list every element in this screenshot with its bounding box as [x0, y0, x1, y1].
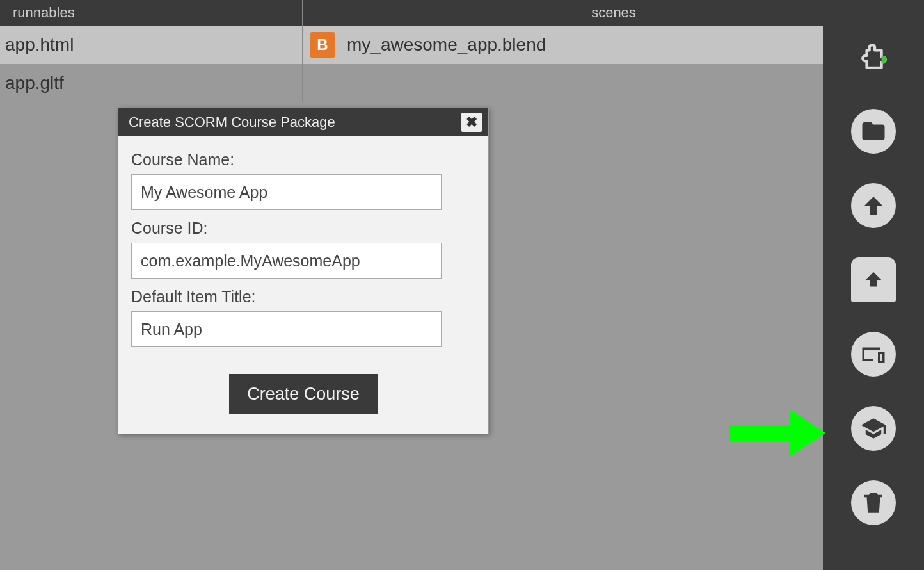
runnables-column: app.html app.gltf: [0, 26, 303, 102]
svg-rect-0: [729, 425, 793, 441]
file-item[interactable]: app.gltf: [0, 64, 303, 102]
devices-icon: [860, 341, 887, 368]
blender-file-icon: B: [310, 32, 335, 58]
file-header-row: runnables scenes: [0, 0, 924, 26]
file-name: my_awesome_app.blend: [347, 35, 546, 55]
files-area: app.html app.gltf B my_awesome_app.blend: [0, 26, 924, 102]
publish-icon: [860, 266, 887, 293]
close-icon: ✖: [466, 114, 477, 131]
upload-arrow-icon: [860, 192, 887, 219]
folder-button[interactable]: [851, 109, 896, 154]
file-item[interactable]: app.html: [0, 26, 303, 64]
close-button[interactable]: ✖: [461, 113, 482, 132]
dialog-title: Create SCORM Course Package: [129, 114, 335, 131]
course-id-input[interactable]: [131, 243, 442, 279]
devices-button[interactable]: [851, 332, 896, 377]
publish-button[interactable]: [851, 257, 896, 302]
right-sidebar: [823, 26, 924, 570]
trash-icon: [860, 489, 887, 516]
graduation-cap-icon: [860, 415, 887, 442]
default-item-title-input[interactable]: [131, 311, 442, 347]
file-name: app.html: [5, 35, 74, 55]
runnables-header: runnables: [0, 0, 303, 26]
scorm-button[interactable]: [851, 406, 896, 451]
create-course-button[interactable]: Create Course: [229, 374, 378, 414]
create-scorm-dialog: Create SCORM Course Package ✖ Course Nam…: [118, 108, 489, 434]
dialog-header: Create SCORM Course Package ✖: [118, 108, 488, 136]
upload-button[interactable]: [851, 183, 896, 228]
default-item-title-label: Default Item Title:: [131, 288, 475, 306]
trash-button[interactable]: [851, 480, 896, 525]
course-name-input[interactable]: [131, 174, 442, 210]
dialog-body: Course Name: Course ID: Default Item Tit…: [118, 136, 488, 434]
course-id-label: Course ID:: [131, 219, 475, 238]
scenes-header: scenes: [303, 0, 924, 26]
svg-marker-1: [790, 410, 825, 456]
folder-icon: [860, 118, 887, 145]
arrow-annotation: [726, 410, 829, 461]
file-name: app.gltf: [5, 73, 64, 94]
puzzles-button[interactable]: [851, 35, 896, 79]
puzzle-icon: [860, 44, 887, 70]
course-name-label: Course Name:: [131, 151, 475, 169]
